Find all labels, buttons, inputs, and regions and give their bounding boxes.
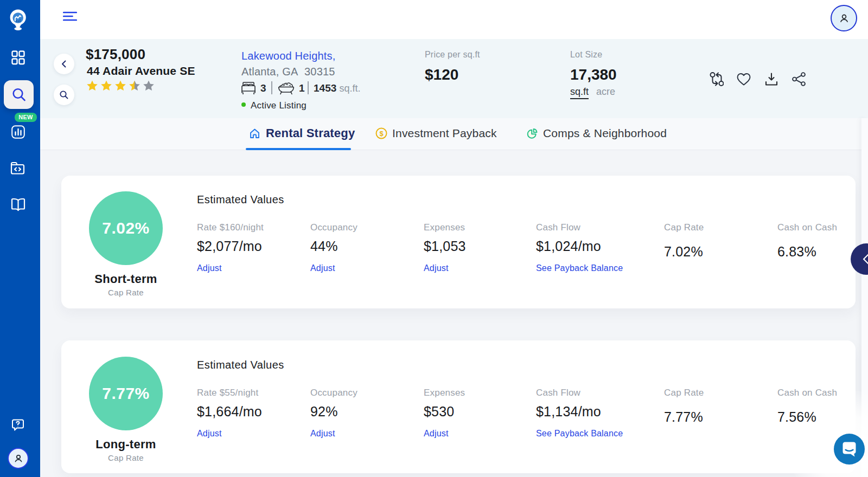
svg-text:$: $: [379, 130, 384, 138]
